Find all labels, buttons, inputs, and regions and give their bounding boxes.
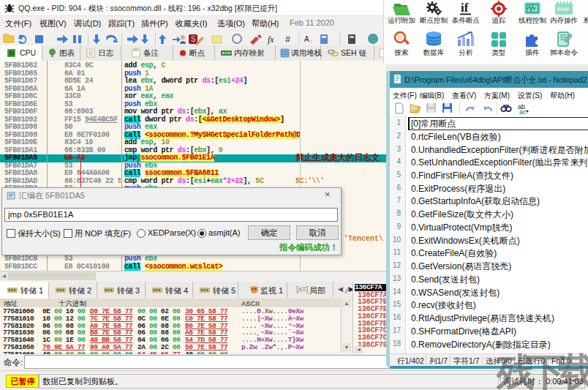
- svg-text::: :: [310, 39, 312, 44]
- svg-text:RAM: RAM: [557, 7, 569, 12]
- svg-text:if: if: [461, 1, 469, 15]
- svg-text:fx: fx: [268, 34, 274, 45]
- svg-text:#: #: [285, 34, 290, 45]
- svg-text:ac: ac: [519, 108, 527, 116]
- svg-text:S: S: [191, 35, 196, 43]
- svg-text:A: A: [304, 35, 309, 43]
